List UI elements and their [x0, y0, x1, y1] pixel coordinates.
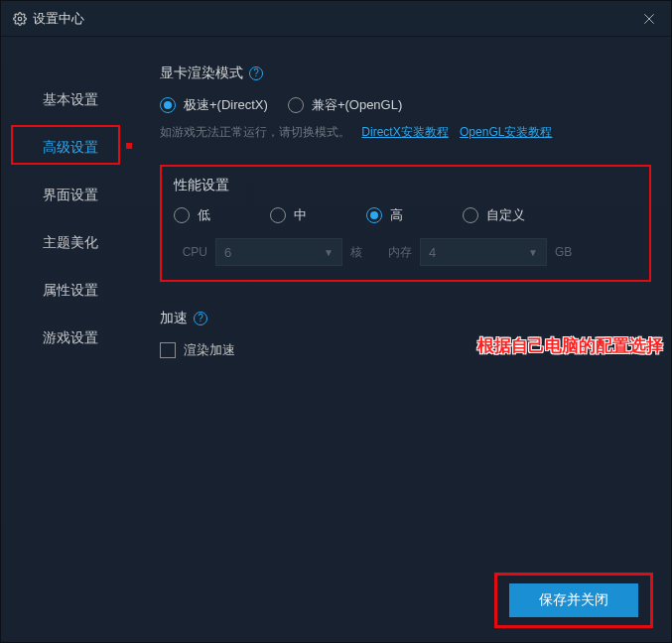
radio-custom[interactable]: 自定义	[463, 206, 525, 224]
radio-label: 中	[294, 206, 307, 224]
sidebar-item-basic[interactable]: 基本设置	[1, 76, 140, 124]
chevron-down-icon: ▼	[528, 247, 538, 258]
checkbox-label: 渲染加速	[184, 341, 235, 359]
annotation-text: 根据自己电脑的配置选择	[477, 334, 663, 357]
radio-directx[interactable]: 极速+(DirectX)	[160, 96, 268, 114]
save-button[interactable]: 保存并关闭	[509, 583, 638, 617]
radio-low[interactable]: 低	[174, 206, 210, 224]
render-mode-title: 显卡渲染模式 ?	[160, 64, 651, 82]
render-mode-hint: 如游戏无法正常运行，请切换模式。 DirectX安装教程 OpenGL安装教程	[160, 124, 651, 141]
svg-point-0	[18, 17, 22, 21]
chevron-down-icon: ▼	[324, 247, 334, 258]
radio-label: 自定义	[486, 206, 525, 224]
mem-dropdown[interactable]: 4 ▼	[420, 238, 547, 266]
performance-title: 性能设置	[174, 177, 637, 194]
window-title: 设置中心	[33, 10, 84, 28]
sidebar-highlight-dot	[126, 143, 132, 149]
main-panel: 显卡渲染模式 ? 极速+(DirectX) 兼容+(OpenGL) 如游戏无法正…	[140, 37, 671, 642]
render-accel-checkbox[interactable]	[160, 342, 176, 358]
sidebar-item-ui[interactable]: 界面设置	[1, 172, 140, 219]
radio-high[interactable]: 高	[366, 206, 403, 224]
radio-label: 高	[390, 206, 403, 224]
sidebar-item-label: 界面设置	[43, 187, 98, 204]
sidebar-highlight	[11, 125, 120, 165]
cpu-dropdown[interactable]: 6 ▼	[215, 238, 342, 266]
radio-label: 兼容+(OpenGL)	[312, 96, 402, 114]
link-opengl-tutorial[interactable]: OpenGL安装教程	[460, 125, 552, 139]
close-button[interactable]	[639, 9, 659, 29]
sidebar-item-theme[interactable]: 主题美化	[1, 219, 140, 267]
help-icon[interactable]: ?	[194, 312, 207, 325]
mem-unit: GB	[555, 245, 575, 259]
cpu-unit: 核	[350, 244, 370, 261]
performance-highlight: 性能设置 低 中 高 自定义 CPU 6 ▼ 核 内存	[160, 165, 651, 282]
save-label: 保存并关闭	[539, 591, 608, 609]
sidebar-item-property[interactable]: 属性设置	[1, 267, 140, 315]
radio-opengl[interactable]: 兼容+(OpenGL)	[288, 96, 402, 114]
sidebar-item-game[interactable]: 游戏设置	[1, 315, 140, 362]
radio-label: 低	[198, 206, 210, 224]
sidebar-item-label: 主题美化	[43, 234, 98, 252]
radio-label: 极速+(DirectX)	[184, 96, 268, 114]
radio-mid[interactable]: 中	[270, 206, 307, 224]
mem-value: 4	[429, 245, 436, 260]
link-directx-tutorial[interactable]: DirectX安装教程	[361, 125, 448, 139]
gear-icon	[13, 12, 27, 26]
cpu-label: CPU	[174, 245, 207, 259]
sidebar-item-label: 属性设置	[43, 282, 98, 300]
sidebar-item-label: 游戏设置	[43, 329, 98, 347]
save-highlight: 保存并关闭	[494, 573, 653, 628]
accel-title: 加速 ?	[160, 310, 651, 327]
titlebar: 设置中心	[1, 1, 671, 37]
cpu-value: 6	[224, 245, 231, 260]
sidebar-item-label: 基本设置	[43, 91, 98, 109]
help-icon[interactable]: ?	[249, 66, 263, 80]
mem-label: 内存	[378, 244, 412, 261]
